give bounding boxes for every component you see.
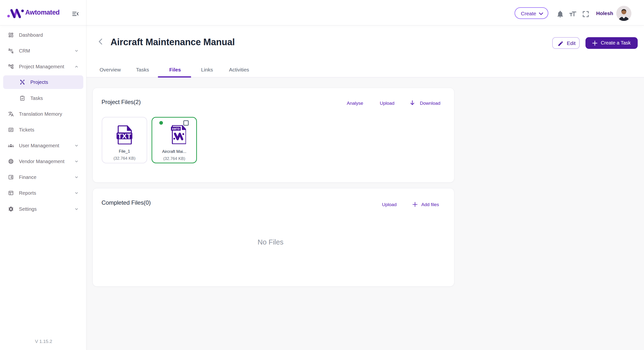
svg-text:TXT: TXT [118, 132, 131, 140]
svg-text:AMTD: AMTD [172, 127, 180, 130]
